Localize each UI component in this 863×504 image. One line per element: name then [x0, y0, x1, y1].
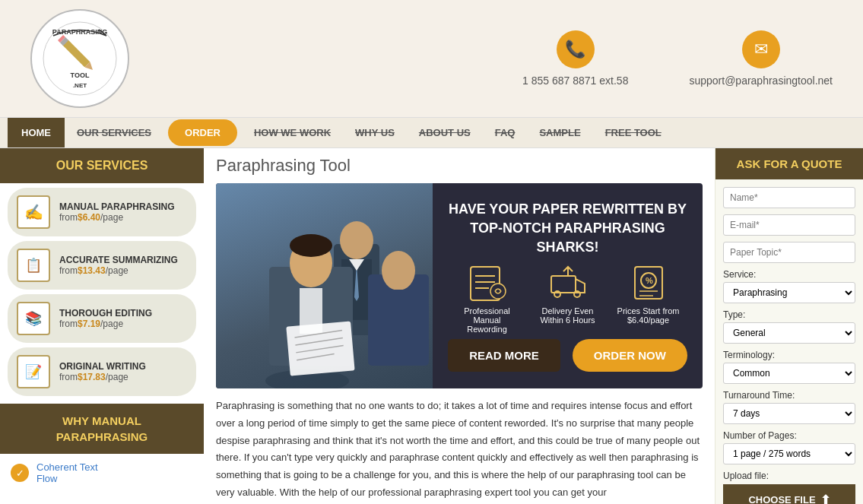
svg-text:PARAPHRASING: PARAPHRASING	[52, 28, 107, 36]
svg-rect-21	[372, 290, 425, 366]
service-item-editing[interactable]: 📚 THOROUGH EDITING from$7.19/page	[8, 294, 196, 343]
service-text-summarizing: ACCURATE SUMMARIZING from$13.43/page	[59, 255, 178, 276]
main-nav: HOME OUR SERVICES ORDER HOW WE WORK WHY …	[0, 117, 863, 148]
hero-people-illustration	[216, 183, 433, 388]
svg-point-20	[382, 251, 415, 290]
service-label: Service:	[723, 269, 855, 280]
hero-title: HAVE YOUR PAPER REWRITTEN BY TOP-NOTCH P…	[442, 200, 693, 258]
phone-contact: 📞 1 855 687 8871 ext.58	[522, 30, 628, 87]
quote-form: Service: Paraphrasing Type: General Term…	[715, 179, 863, 504]
svg-text:.NET: .NET	[73, 82, 87, 89]
quote-panel: ASK FOR A QUOTE Service: Paraphrasing Ty…	[715, 148, 863, 504]
service-icon-summarizing: 📋	[17, 249, 50, 282]
delivery-label: Delivery Even Within 6 Hours	[534, 306, 602, 325]
hero-feature-prices: % Prices Start from $6.40/page	[614, 262, 683, 334]
hero-feature-delivery: Delivery Even Within 6 Hours	[534, 262, 602, 334]
service-icon-writing: 📝	[17, 355, 50, 388]
service-icon-editing: 📚	[17, 302, 50, 335]
why-item-coherent: ✓ Coherent TextFlow	[0, 454, 204, 492]
turnaround-select[interactable]: 7 days	[723, 403, 855, 424]
sidebar: OUR SERVICES ✍ MANUAL PARAPHRASING from$…	[0, 148, 204, 504]
prices-label: Prices Start from $6.40/page	[614, 306, 683, 325]
email-contact: ✉ support@paraphrasingtool.net	[689, 30, 833, 87]
pages-label: Number of Pages:	[723, 430, 855, 441]
svg-rect-32	[551, 276, 576, 293]
delivery-icon	[548, 262, 588, 302]
hero-image	[216, 183, 433, 388]
svg-point-16	[290, 234, 332, 257]
read-more-button[interactable]: READ MORE	[448, 339, 560, 372]
nav-order[interactable]: ORDER	[168, 119, 237, 146]
service-select[interactable]: Paraphrasing	[723, 282, 855, 303]
phone-icon: 📞	[557, 30, 595, 68]
nav-how-we-work[interactable]: HOW WE WORK	[242, 118, 343, 147]
nav-free-tool[interactable]: FREE TOOL	[593, 118, 674, 147]
why-header: WHY MANUALPARAPHRASING	[0, 404, 204, 454]
hero-feature-rewording: Professional Manual Rewording	[453, 262, 522, 334]
email-address: support@paraphrasingtool.net	[689, 74, 833, 87]
upload-icon: ⬆	[820, 493, 830, 504]
main-layout: OUR SERVICES ✍ MANUAL PARAPHRASING from$…	[0, 148, 863, 504]
contact-items: 📞 1 855 687 8871 ext.58 ✉ support@paraph…	[522, 30, 833, 87]
check-icon: ✓	[11, 464, 29, 482]
svg-text:%: %	[646, 276, 653, 285]
prices-icon: %	[629, 262, 668, 302]
service-text-editing: THOROUGH EDITING from$7.19/page	[59, 308, 152, 329]
type-label: Type:	[723, 309, 855, 320]
nav-why-us[interactable]: WHY US	[343, 118, 407, 147]
service-item-summarizing[interactable]: 📋 ACCURATE SUMMARIZING from$13.43/page	[8, 241, 196, 290]
type-select[interactable]: General	[723, 322, 855, 344]
nav-home[interactable]: HOME	[8, 118, 65, 147]
choose-file-label: CHOOSE FILE	[748, 494, 815, 504]
logo-area: PARAPHRASING TOOL .NET	[30, 9, 129, 108]
svg-text:TOOL: TOOL	[71, 71, 90, 79]
order-now-button[interactable]: ORDER NOW	[573, 339, 687, 372]
nav-sample[interactable]: SAMPLE	[527, 118, 592, 147]
header: PARAPHRASING TOOL .NET 📞 1 855 687 8871 …	[0, 0, 863, 117]
choose-file-button[interactable]: CHOOSE FILE ⬆	[723, 484, 855, 504]
hero-banner: HAVE YOUR PAPER REWRITTEN BY TOP-NOTCH P…	[216, 183, 703, 388]
topic-input[interactable]	[723, 242, 855, 263]
svg-point-10	[340, 221, 373, 259]
service-item-writing[interactable]: 📝 ORIGINAL WRITING from$17.83/page	[8, 347, 196, 396]
service-item-manual[interactable]: ✍ MANUAL PARAPHRASING from$6.40/page	[8, 188, 196, 236]
upload-label: Upload file:	[723, 471, 855, 481]
why-text-coherent: Coherent TextFlow	[36, 461, 98, 484]
name-input[interactable]	[723, 187, 855, 208]
content-area: Paraphrasing Tool	[204, 148, 715, 504]
logo-svg: PARAPHRASING TOOL .NET	[42, 21, 118, 97]
svg-point-31	[490, 284, 506, 299]
nav-our-services[interactable]: OUR SERVICES	[65, 118, 163, 147]
terminology-select[interactable]: Common	[723, 363, 855, 384]
quote-header: ASK FOR A QUOTE	[715, 148, 863, 179]
pages-select[interactable]: 1 page / 275 words	[723, 443, 855, 464]
nav-about-us[interactable]: ABOUT US	[407, 118, 483, 147]
services-header: OUR SERVICES	[0, 148, 204, 183]
hero-features: Professional Manual Rewording Delivery	[453, 262, 683, 334]
svg-rect-4	[62, 40, 90, 68]
rewording-icon	[468, 262, 507, 302]
nav-faq[interactable]: FAQ	[483, 118, 528, 147]
hero-content: HAVE YOUR PAPER REWRITTEN BY TOP-NOTCH P…	[433, 183, 703, 388]
rewording-label: Professional Manual Rewording	[453, 306, 522, 334]
email-icon: ✉	[742, 30, 780, 68]
service-text-writing: ORIGINAL WRITING from$17.83/page	[59, 361, 146, 382]
logo-circle: PARAPHRASING TOOL .NET	[30, 9, 129, 108]
email-input[interactable]	[723, 214, 855, 236]
service-icon-manual: ✍	[17, 195, 50, 229]
terminology-label: Terminology:	[723, 350, 855, 360]
phone-number: 1 855 687 8871 ext.58	[522, 74, 628, 87]
turnaround-label: Turnaround Time:	[723, 390, 855, 401]
service-text-manual: MANUAL PARAPHRASING from$6.40/page	[59, 201, 175, 223]
hero-buttons: READ MORE ORDER NOW	[448, 339, 687, 372]
page-title: Paraphrasing Tool	[216, 156, 703, 176]
body-text: Paraphrasing is something that no one wa…	[216, 388, 703, 504]
